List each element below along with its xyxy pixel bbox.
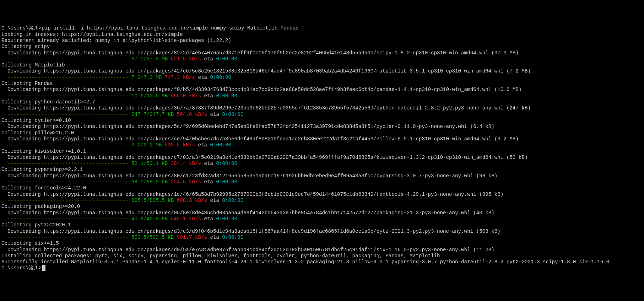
progress-amount: 895.5/895.5 KB — [131, 198, 174, 203]
progress-line: ----------------------------------------… — [1, 142, 643, 148]
prompt-path: C:\Users\洛川> — [1, 25, 42, 31]
downloading-line: Downloading https://pypi.tuna.tsinghua.e… — [1, 68, 643, 74]
progress-bar: ---------------------------------------- — [1, 216, 131, 222]
terminal-output[interactable]: C:\Users\洛川>pip install -i https://pypi.… — [1, 25, 643, 272]
collecting-line: Collecting six>=1.5 — [1, 241, 643, 247]
progress-bar: ---------------------------------------- — [1, 75, 131, 80]
progress-amount: 7.2/7.2 MB — [131, 75, 162, 80]
collecting-line: Collecting Matplotlib — [1, 62, 643, 68]
progress-speed: 747.3 kB/s — [165, 75, 195, 80]
progress-amount: 3.2/3.2 MB — [131, 142, 162, 148]
progress-amount: 37.0/37.0 MB — [131, 56, 168, 62]
progress-line: ----------------------------------------… — [1, 75, 643, 81]
downloading-line: Downloading https://pypi.tuna.tsinghua.e… — [1, 192, 643, 198]
collecting-line: Collecting scipy — [1, 44, 643, 50]
collecting-line: Collecting fonttools>=4.22.0 — [1, 185, 643, 191]
progress-speed: 608.8 kB/s — [177, 198, 207, 203]
progress-line: ----------------------------------------… — [1, 93, 643, 99]
progress-amount: 10.6/10.6 MB — [131, 93, 168, 99]
progress-speed: 901.7 kB/s — [177, 235, 207, 240]
progress-eta: 0:00:00 — [216, 56, 238, 62]
progress-bar: ---------------------------------------- — [1, 142, 131, 148]
progress-eta: 0:00:00 — [216, 216, 238, 222]
progress-amount: 98.0/98.0 KB — [131, 179, 168, 185]
installing-line: Installing collected packages: pytz, six… — [1, 253, 643, 259]
looking-indexes: Looking in indexes: https://pypi.tuna.ts… — [1, 32, 643, 38]
progress-eta: 0:00:00 — [210, 75, 231, 80]
cursor — [42, 265, 45, 271]
downloading-line: Downloading https://pypi.tuna.tsinghua.e… — [1, 50, 643, 56]
collecting-line: Collecting packaging>=20.0 — [1, 204, 643, 210]
prompt-path: C:\Users\洛川> — [1, 265, 42, 271]
progress-bar: ---------------------------------------- — [1, 179, 131, 185]
progress-speed: 564.0 kB/s — [177, 112, 207, 117]
progress-bar: ---------------------------------------- — [1, 112, 131, 117]
progress-bar: ---------------------------------------- — [1, 198, 131, 203]
progress-line: ----------------------------------------… — [1, 235, 643, 241]
progress-speed: 665.0 kB/s — [171, 93, 201, 99]
progress-amount: 503.5/503.5 KB — [131, 235, 174, 240]
progress-line: ----------------------------------------… — [1, 198, 643, 204]
downloading-line: Downloading https://pypi.tuna.tsinghua.e… — [1, 210, 643, 216]
progress-line: ----------------------------------------… — [1, 216, 643, 222]
command-text: pip install -i https://pypi.tuna.tsinghu… — [42, 25, 299, 31]
progress-eta: 0:00:00 — [222, 112, 244, 117]
progress-line: ----------------------------------------… — [1, 112, 643, 118]
downloading-line: Downloading https://pypi.tuna.tsinghua.e… — [1, 87, 643, 93]
progress-bar: ---------------------------------------- — [1, 56, 131, 62]
collecting-line: Collecting Pandas — [1, 81, 643, 87]
progress-speed: 621.5 kB/s — [171, 56, 201, 62]
success-line: Successfully installed Matplotlib-3.5.1 … — [1, 259, 643, 265]
progress-eta: 0:00:00 — [216, 161, 238, 166]
progress-eta: 0:00:00 — [222, 235, 244, 240]
downloading-line: Downloading https://pypi.tuna.tsinghua.e… — [1, 173, 643, 179]
prompt-line[interactable]: C:\Users\洛川> — [1, 265, 643, 271]
progress-eta: 0:00:00 — [216, 93, 238, 99]
collecting-line: Collecting pyparsing>=2.2.1 — [1, 167, 643, 173]
downloading-line: Downloading https://pypi.tuna.tsinghua.e… — [1, 247, 643, 253]
downloading-line: Downloading https://pypi.tuna.tsinghua.e… — [1, 155, 643, 161]
progress-amount: 40.8/40.8 KB — [131, 216, 168, 222]
progress-bar: ---------------------------------------- — [1, 93, 131, 99]
collecting-line: Collecting pytz>=2020.1 — [1, 222, 643, 228]
progress-bar: ---------------------------------------- — [1, 161, 131, 166]
downloading-line: Downloading https://pypi.tuna.tsinghua.e… — [1, 229, 643, 235]
progress-line: ----------------------------------------… — [1, 56, 643, 62]
collecting-line: Collecting kiwisolver>=1.0.1 — [1, 149, 643, 155]
progress-speed: 384.4 kB/s — [171, 161, 201, 166]
collecting-line: Collecting pillow>=6.2.0 — [1, 130, 643, 136]
progress-line: ----------------------------------------… — [1, 179, 643, 185]
downloading-line: Downloading https://pypi.tuna.tsinghua.e… — [1, 105, 643, 111]
progress-eta: 0:00:00 — [222, 198, 244, 203]
collecting-line: Collecting python-dateutil>=2.7 — [1, 99, 643, 105]
command-line: C:\Users\洛川>pip install -i https://pypi.… — [1, 25, 643, 31]
progress-speed: 224.6 kB/s — [171, 179, 201, 185]
downloading-line: Downloading https://pypi.tuna.tsinghua.e… — [1, 136, 643, 142]
progress-amount: 52.1/52.1 KB — [131, 161, 168, 166]
progress-amount: 247.7/247.7 KB — [131, 112, 174, 117]
progress-line: ----------------------------------------… — [1, 161, 643, 167]
requirement-satisfied: Requirement already satisfied: numpy in … — [1, 38, 643, 44]
downloading-line: Downloading https://pypi.tuna.tsinghua.e… — [1, 124, 643, 130]
progress-speed: 633.5 kB/s — [165, 142, 195, 148]
progress-speed: 649.1 kB/s — [171, 216, 201, 222]
collecting-line: Collecting cycler>=0.10 — [1, 118, 643, 124]
progress-eta: 0:00:00 — [210, 142, 231, 148]
progress-bar: ---------------------------------------- — [1, 235, 131, 240]
progress-eta: 0:00:00 — [216, 179, 238, 185]
